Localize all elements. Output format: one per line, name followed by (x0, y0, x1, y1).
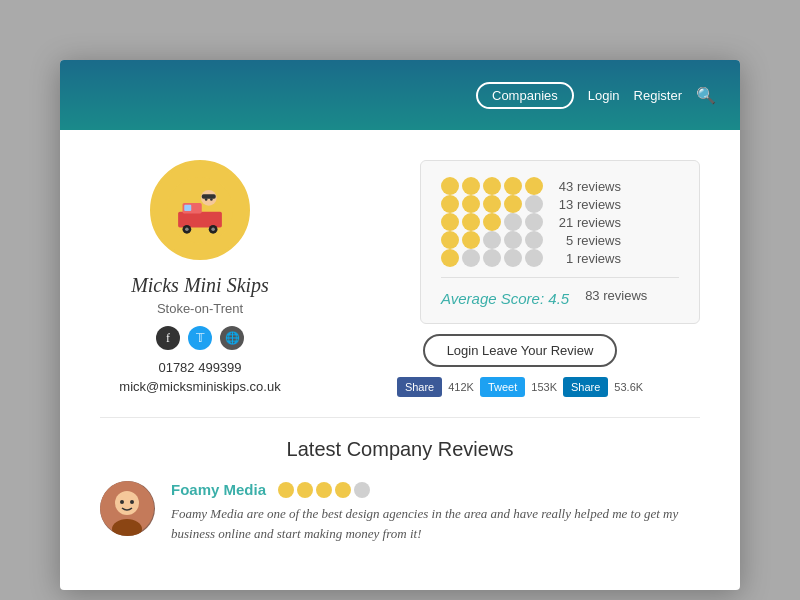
star-filled (441, 249, 459, 267)
reviewer-star-filled (316, 482, 332, 498)
social-icons: f 𝕋 🌐 (156, 326, 244, 350)
star-filled (462, 177, 480, 195)
svg-point-5 (185, 228, 189, 232)
company-info: Micks Mini Skips Stoke-on-Trent f 𝕋 🌐 01… (100, 160, 300, 397)
linkedin-share-label: Share (571, 381, 600, 393)
reviewer-info: Foamy MediaFoamy Media are one of the be… (171, 481, 700, 543)
star-empty (504, 249, 522, 267)
twitter-share-count: 153K (531, 381, 557, 393)
star-empty (483, 249, 501, 267)
stars (441, 213, 543, 231)
star-empty (525, 249, 543, 267)
reviewer-star-empty (354, 482, 370, 498)
svg-rect-1 (178, 212, 222, 228)
main-window: Companies Login Register 🔍 (60, 60, 740, 590)
linkedin-share-button[interactable]: Share (563, 377, 608, 397)
stars (441, 195, 543, 213)
linkedin-share-count: 53.6K (614, 381, 643, 393)
reviewer-header: Foamy Media (171, 481, 700, 498)
globe-icon[interactable]: 🌐 (220, 326, 244, 350)
facebook-share-count: 412K (448, 381, 474, 393)
svg-point-15 (120, 500, 124, 504)
company-logo-svg (165, 175, 235, 245)
header-nav: Companies Login Register 🔍 (476, 82, 716, 109)
review-count: 43 reviews (551, 179, 621, 194)
star-empty (525, 231, 543, 249)
company-phone: 01782 499399 (158, 360, 241, 375)
latest-reviews-title: Latest Company Reviews (100, 438, 700, 461)
star-empty (525, 213, 543, 231)
star-row: 13 reviews (441, 195, 679, 213)
star-filled (483, 195, 501, 213)
social-share: Share 412K Tweet 153K Share 53.6K (397, 377, 643, 397)
stars (441, 249, 543, 267)
reviewer-star-filled (335, 482, 351, 498)
company-logo (150, 160, 250, 260)
stars-box: 43 reviews13 reviews21 reviews5 reviews1… (420, 160, 700, 324)
register-link[interactable]: Register (634, 88, 682, 103)
review-text: Foamy Media are one of the best design a… (171, 504, 700, 543)
star-filled (441, 231, 459, 249)
facebook-share-label: Share (405, 381, 434, 393)
star-empty (462, 249, 480, 267)
star-empty (483, 231, 501, 249)
star-rows-container: 43 reviews13 reviews21 reviews5 reviews1… (441, 177, 679, 267)
latest-reviews-section: Latest Company Reviews Foamy MediaFoamy … (60, 418, 740, 563)
facebook-share-button[interactable]: Share (397, 377, 442, 397)
company-email: mick@micksminiskips.co.uk (119, 379, 280, 394)
star-filled (462, 231, 480, 249)
star-filled (462, 213, 480, 231)
facebook-icon[interactable]: f (156, 326, 180, 350)
search-icon[interactable]: 🔍 (696, 86, 716, 105)
review-item: Foamy MediaFoamy Media are one of the be… (100, 481, 700, 543)
reviews-panel: 43 reviews13 reviews21 reviews5 reviews1… (340, 160, 700, 397)
companies-button[interactable]: Companies (476, 82, 574, 109)
reviewer-stars (278, 482, 370, 498)
stars (441, 231, 543, 249)
company-name: Micks Mini Skips (131, 274, 269, 297)
profile-section: Micks Mini Skips Stoke-on-Trent f 𝕋 🌐 01… (60, 130, 740, 417)
company-location: Stoke-on-Trent (157, 301, 243, 316)
total-reviews: 83 reviews (585, 288, 647, 303)
review-count: 13 reviews (551, 197, 621, 212)
star-filled (504, 177, 522, 195)
star-filled (441, 177, 459, 195)
star-row: 43 reviews (441, 177, 679, 195)
svg-point-7 (211, 228, 215, 232)
reviews-container: Foamy MediaFoamy Media are one of the be… (100, 481, 700, 543)
star-filled (483, 177, 501, 195)
star-row: 1 reviews (441, 249, 679, 267)
review-count: 1 reviews (551, 251, 621, 266)
leave-review-button[interactable]: Login Leave Your Review (423, 334, 618, 367)
star-empty (525, 195, 543, 213)
svg-point-16 (130, 500, 134, 504)
average-score: Average Score: 4.5 (441, 290, 569, 307)
star-empty (504, 231, 522, 249)
svg-rect-3 (184, 205, 191, 211)
stars (441, 177, 543, 195)
svg-point-11 (210, 198, 213, 201)
star-filled (504, 195, 522, 213)
star-filled (441, 195, 459, 213)
star-filled (483, 213, 501, 231)
star-row: 5 reviews (441, 231, 679, 249)
review-count: 5 reviews (551, 233, 621, 248)
login-link[interactable]: Login (588, 88, 620, 103)
reviewer-avatar (100, 481, 155, 536)
twitter-share-label: Tweet (488, 381, 517, 393)
average-row: Average Score: 4.5 83 reviews (441, 277, 679, 307)
svg-rect-9 (202, 194, 216, 198)
header: Companies Login Register 🔍 (60, 60, 740, 130)
svg-point-13 (115, 491, 139, 515)
svg-point-10 (205, 198, 208, 201)
review-count: 21 reviews (551, 215, 621, 230)
star-empty (504, 213, 522, 231)
star-filled (525, 177, 543, 195)
twitter-share-button[interactable]: Tweet (480, 377, 525, 397)
star-row: 21 reviews (441, 213, 679, 231)
reviewer-star-filled (278, 482, 294, 498)
reviewer-name: Foamy Media (171, 481, 266, 498)
reviewer-star-filled (297, 482, 313, 498)
twitter-icon[interactable]: 𝕋 (188, 326, 212, 350)
star-filled (441, 213, 459, 231)
